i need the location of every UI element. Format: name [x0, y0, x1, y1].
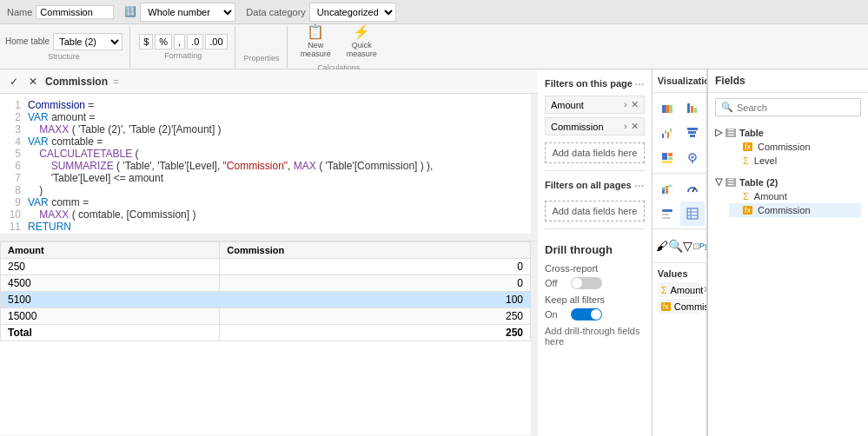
on-toggle-row: On [545, 308, 645, 320]
code-line-9: 9 VAR comm = [3, 196, 531, 208]
viz-stacked-bar-icon[interactable] [655, 96, 679, 120]
viz-treemap-icon[interactable] [655, 146, 679, 170]
field-item-level[interactable]: Σ Level [729, 154, 861, 168]
viz-gauge-icon[interactable] [680, 176, 705, 201]
data-category-select[interactable]: Uncategorized [309, 3, 396, 22]
filter-commission[interactable]: Commission › ✕ [545, 117, 645, 135]
filters-panel: Filters on this page ··· Amount › ✕ Comm… [538, 69, 653, 436]
fields-search-box[interactable]: 🔍 [715, 98, 861, 116]
dec-inc-btn[interactable]: .0 [187, 34, 203, 50]
viz-waterfall-icon[interactable] [655, 121, 679, 145]
structure-group: Home table Table (2) Structure [5, 26, 130, 68]
svg-rect-15 [670, 129, 672, 132]
code-scroll-bottom[interactable] [0, 234, 531, 241]
filter-amount[interactable]: Amount › ✕ [545, 96, 645, 114]
viz-map-icon[interactable] [680, 146, 705, 170]
svg-point-30 [691, 156, 693, 159]
number-format-select[interactable]: Whole number [140, 3, 235, 22]
cross-report-toggle-off[interactable] [571, 277, 602, 289]
svg-rect-25 [662, 153, 667, 160]
filter-amount-icons: › ✕ [624, 99, 639, 110]
confirm-button[interactable]: ✓ [7, 75, 21, 89]
table-row[interactable]: 15000 250 [1, 308, 531, 325]
filters-divider [545, 170, 645, 171]
fields-panel: Fields 🔍 ▷ ☰ Table fx Commission [707, 69, 868, 436]
name-input[interactable] [36, 5, 114, 19]
category-label-text: Data category [246, 7, 305, 17]
cell-amount: 4500 [1, 275, 220, 292]
quick-measure-btn[interactable]: ⚡ Quickmeasure [342, 22, 381, 60]
svg-rect-14 [667, 132, 669, 138]
viz-fieldwell-icon[interactable]: ⊡ [692, 234, 699, 258]
header-commission: Commission [220, 242, 531, 259]
add-data-all-btn[interactable]: Add data fields here [545, 201, 645, 221]
table-scroll-right[interactable] [531, 241, 538, 436]
cell-commission: 0 [220, 259, 531, 275]
filters-page-dots[interactable]: ··· [634, 76, 645, 90]
format-buttons-row: $ % , .0 .00 [139, 34, 227, 50]
field-item-amount[interactable]: Σ Amount [729, 189, 861, 203]
drill-divider [545, 228, 645, 229]
toggle-thumb-off [572, 278, 582, 288]
viz-analytics-icon[interactable]: 🔍 [668, 234, 683, 258]
filter-x-icon[interactable]: ✕ [631, 99, 639, 110]
home-table-select[interactable]: Table (2) [53, 33, 123, 50]
table-row[interactable]: 250 0 [1, 259, 531, 275]
sigma-icon-2: Σ [743, 191, 749, 201]
percent-btn[interactable]: % [155, 34, 172, 50]
values-amount[interactable]: Σ Amount ✕ [658, 282, 701, 297]
table-group: ▷ ☰ Table fx Commission Σ Level [708, 122, 868, 171]
new-measure-icon: 📋 [307, 23, 324, 40]
cancel-button[interactable]: ✕ [26, 75, 40, 89]
svg-rect-18 [690, 135, 695, 137]
svg-rect-28 [662, 161, 673, 163]
field-item-commission[interactable]: fx Commission [729, 140, 861, 154]
formula-bar: ✓ ✕ Commission = [0, 69, 538, 94]
formatting-group: $ % , .0 .00 Formatting [132, 26, 235, 68]
code-line-5: 5 CALCULATETABLE ( [3, 148, 531, 160]
field-commission-label: Commission [758, 142, 811, 152]
svg-rect-4 [691, 106, 693, 113]
comma-btn[interactable]: , [174, 34, 185, 50]
keep-filters-toggle-on[interactable] [571, 308, 602, 320]
search-icon: 🔍 [721, 102, 733, 113]
table-row[interactable]: 4500 0 [1, 275, 531, 292]
code-line-2: 2 VAR amount = [3, 111, 531, 123]
filter-x-icon2[interactable]: ✕ [631, 121, 639, 132]
number-format-group: 🔢 Whole number [124, 3, 235, 22]
viz-py-icon[interactable]: Py [699, 234, 707, 258]
field-item-commission2[interactable]: fx Commission [729, 203, 861, 217]
svg-rect-5 [694, 108, 697, 113]
dec-dec-btn[interactable]: .00 [205, 34, 227, 50]
values-commission[interactable]: fx Commission ✕ [658, 299, 701, 314]
right-side: Filters on this page ··· Amount › ✕ Comm… [538, 69, 868, 436]
table-group-header[interactable]: ▷ ☰ Table [715, 125, 861, 140]
code-editor-area[interactable]: 1 Commission = 2 VAR amount = 3 MAXX ( '… [0, 94, 538, 241]
viz-filter-icon[interactable]: ▽ [683, 234, 692, 258]
add-data-page-btn[interactable]: Add data fields here [545, 142, 645, 163]
viz-slicer-icon[interactable] [655, 201, 679, 226]
fx-icon: fx [743, 142, 752, 151]
code-line-10: 10 MAXX ( comtable, [Commission] ) [3, 208, 531, 221]
new-measure-btn[interactable]: 📋 Newmeasure [296, 22, 335, 60]
new-measure-label: Newmeasure [301, 41, 331, 58]
cell-amount: 250 [1, 259, 220, 275]
table-row-selected[interactable]: 5100 100 [1, 292, 531, 308]
toggle-thumb-on [591, 309, 601, 320]
values-amount-label: Amount [671, 285, 704, 295]
viz-format-icon[interactable]: 🖌 [656, 234, 668, 258]
viz-clustered-bar-icon[interactable] [680, 96, 705, 120]
field-commission2-label: Commission [758, 205, 811, 215]
measure-name-display: Commission [45, 76, 108, 88]
table-header-row: Amount Commission [1, 242, 531, 259]
filters-all-dots[interactable]: ··· [634, 178, 645, 192]
viz-funnel-icon[interactable] [680, 121, 705, 145]
viz-table-icon[interactable] [680, 201, 705, 226]
code-scroll-right[interactable] [531, 94, 538, 241]
dollar-btn[interactable]: $ [139, 34, 153, 50]
fields-search-input[interactable] [737, 102, 857, 113]
viz-line-clustered-icon[interactable] [655, 176, 679, 201]
table2-group-header[interactable]: ▽ ☰ Table (2) [715, 175, 861, 189]
viz-icons-grid-top [653, 93, 706, 174]
table-expand-icon: ▷ [715, 127, 722, 138]
